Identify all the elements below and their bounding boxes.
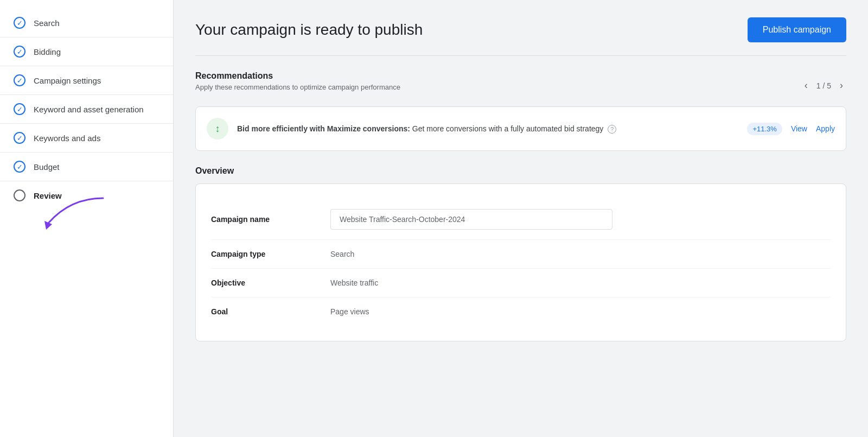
sidebar-item-label-search: Search — [34, 18, 60, 28]
overview-row-label: Campaign type — [211, 250, 330, 258]
overview-row: ObjectiveWebsite traffic — [211, 269, 831, 297]
sidebar: ✓Search✓Bidding✓Campaign settings✓Keywor… — [0, 0, 174, 437]
sidebar-item-label-bidding: Bidding — [34, 47, 61, 56]
overview-row: Campaign name — [211, 199, 831, 240]
check-circle-icon: ✓ — [14, 74, 25, 86]
sidebar-item-icon-keywords-ads: ✓ — [13, 131, 26, 144]
sidebar-item-keyword-asset[interactable]: ✓Keyword and asset generation — [0, 95, 173, 124]
overview-row: Campaign typeSearch — [211, 240, 831, 269]
recommendation-text-rest: Get more conversions with a fully automa… — [410, 124, 603, 133]
recommendation-card: ↕ Bid more efficiently with Maximize con… — [195, 106, 846, 151]
overview-card: Campaign nameCampaign typeSearchObjectiv… — [195, 183, 846, 341]
recommendation-badge: +11.3% — [747, 123, 782, 135]
sidebar-item-label-budget: Budget — [34, 162, 60, 172]
sidebar-item-bidding[interactable]: ✓Bidding — [0, 37, 173, 66]
overview-title: Overview — [195, 166, 846, 176]
sidebar-item-icon-review — [13, 189, 26, 202]
pagination-next-button[interactable]: › — [837, 78, 846, 93]
overview-row-value: Website traffic — [330, 278, 831, 287]
recommendation-text-bold: Bid more efficiently with Maximize conve… — [237, 124, 410, 133]
sidebar-item-label-keywords-ads: Keywords and ads — [34, 134, 100, 143]
help-icon[interactable]: ? — [608, 125, 616, 134]
sidebar-item-icon-search: ✓ — [13, 16, 26, 29]
recommendations-subtitle: Apply these recommendations to optimize … — [195, 83, 400, 91]
sidebar-item-icon-keyword-asset: ✓ — [13, 103, 26, 116]
sidebar-item-icon-bidding: ✓ — [13, 45, 26, 58]
recommendation-text: Bid more efficiently with Maximize conve… — [237, 124, 616, 133]
bid-icon: ↕ — [207, 118, 228, 140]
sidebar-item-keywords-ads[interactable]: ✓Keywords and ads — [0, 124, 173, 153]
overview-row-label: Objective — [211, 278, 330, 287]
page-title: Your campaign is ready to publish — [195, 21, 423, 39]
check-circle-icon: ✓ — [14, 161, 25, 173]
header-divider — [195, 55, 846, 56]
sidebar-item-search[interactable]: ✓Search — [0, 9, 173, 37]
recommendations-pagination: ‹ 1 / 5 › — [801, 78, 846, 93]
header-row: Your campaign is ready to publish Publis… — [195, 17, 846, 42]
empty-circle-icon — [14, 189, 25, 201]
sidebar-item-campaign-settings[interactable]: ✓Campaign settings — [0, 66, 173, 95]
recommendations-header: Recommendations Apply these recommendati… — [195, 71, 846, 100]
overview-row-label: Campaign name — [211, 215, 330, 224]
overview-row-label: Goal — [211, 307, 330, 316]
check-circle-icon: ✓ — [14, 17, 25, 29]
sidebar-item-budget[interactable]: ✓Budget — [0, 153, 173, 181]
check-circle-icon: ✓ — [14, 132, 25, 144]
sidebar-item-label-campaign-settings: Campaign settings — [34, 76, 101, 85]
overview-row-value: Page views — [330, 307, 831, 316]
pagination-prev-button[interactable]: ‹ — [801, 78, 811, 93]
view-recommendation-button[interactable]: View — [791, 122, 807, 135]
publish-campaign-button[interactable]: Publish campaign — [748, 17, 846, 42]
pagination-display: 1 / 5 — [816, 81, 831, 90]
sidebar-item-icon-budget: ✓ — [13, 160, 26, 173]
sidebar-item-label-review: Review — [34, 191, 62, 200]
check-circle-icon: ✓ — [14, 46, 25, 58]
sidebar-item-label-keyword-asset: Keyword and asset generation — [34, 105, 144, 114]
sidebar-item-icon-campaign-settings: ✓ — [13, 74, 26, 87]
recommendation-content: Bid more efficiently with Maximize conve… — [237, 123, 738, 135]
main-content: Your campaign is ready to publish Publis… — [174, 0, 868, 437]
apply-recommendation-button[interactable]: Apply — [816, 122, 835, 135]
overview-row-value: Search — [330, 250, 831, 258]
overview-row: GoalPage views — [211, 297, 831, 326]
recommendations-header-left: Recommendations Apply these recommendati… — [195, 71, 400, 100]
check-circle-icon: ✓ — [14, 103, 25, 115]
sidebar-item-review[interactable]: Review — [0, 181, 173, 210]
recommendations-title: Recommendations — [195, 71, 400, 81]
svg-marker-0 — [44, 221, 52, 230]
recommendation-actions: +11.3% View Apply — [747, 122, 835, 135]
campaign-name-input[interactable] — [330, 209, 612, 230]
